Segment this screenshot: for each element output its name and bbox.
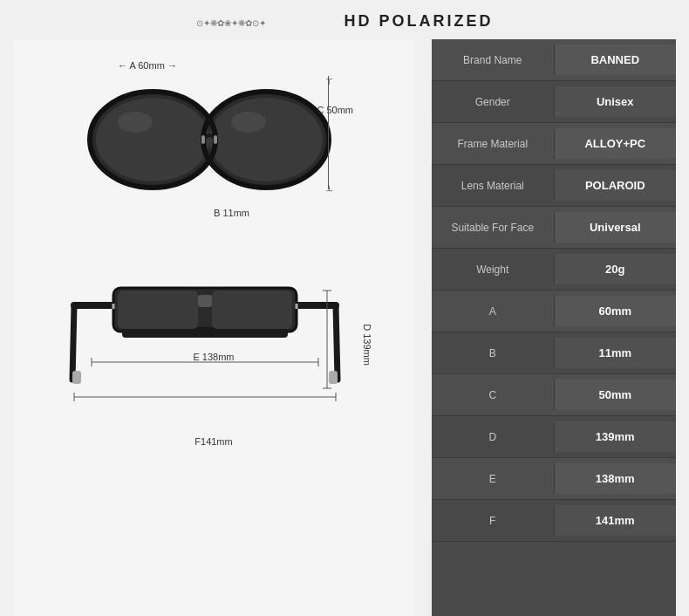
dim-a-annotation: ← A 60mm →	[118, 60, 177, 71]
spec-label: D	[432, 422, 555, 452]
spec-row: B11mm	[432, 332, 676, 374]
specs-panel: Brand NameBANNEDGenderUnisexFrame Materi…	[432, 39, 676, 616]
dim-a-left-arrow: ←	[118, 60, 127, 71]
svg-rect-9	[201, 135, 205, 144]
svg-point-3	[96, 98, 209, 181]
header: ⊙✦❋✿❀✦❋✿⊙✦ HD POLARIZED	[0, 0, 689, 39]
dim-e-annotation: E 138mm	[193, 352, 234, 362]
svg-line-14	[336, 305, 338, 380]
spec-label: E	[432, 464, 555, 494]
dim-a-right-arrow: →	[167, 60, 177, 71]
spec-label: Brand Name	[432, 45, 555, 75]
spec-value: 138mm	[555, 463, 677, 494]
spec-label: Gender	[432, 87, 555, 117]
spec-row: Suitable For FaceUniversal	[432, 207, 676, 249]
spec-value: POLAROID	[555, 170, 677, 201]
dim-c-label: C 50mm	[317, 105, 353, 115]
dim-b-label: B 11mm	[214, 208, 249, 218]
header-title: HD POLARIZED	[344, 12, 494, 31]
dim-c-line	[328, 76, 329, 189]
dim-c-top-tick: ┬	[326, 74, 332, 84]
spec-value: 139mm	[555, 421, 677, 452]
spec-row: GenderUnisex	[432, 81, 676, 123]
dim-c-bottom-tick: ┴	[326, 186, 332, 195]
header-icons: ⊙✦❋✿❀✦❋✿⊙✦	[196, 13, 336, 31]
svg-rect-19	[198, 295, 212, 307]
spec-row: A60mm	[432, 291, 676, 332]
main-content: ← A 60mm →	[13, 39, 676, 616]
dim-b-annotation: B 11mm	[214, 208, 249, 218]
svg-rect-23	[329, 371, 338, 384]
spec-label: Lens Material	[432, 171, 555, 201]
spec-label: Weight	[432, 255, 555, 284]
spec-row: Frame MaterialALLOY+PC	[432, 123, 676, 165]
dim-d-label: D 139mm	[362, 324, 372, 366]
dim-a-label: A 60mm	[129, 60, 164, 71]
spec-label: F	[432, 506, 555, 536]
svg-point-5	[118, 112, 153, 133]
spec-label: Frame Material	[432, 129, 555, 159]
svg-rect-17	[118, 291, 198, 329]
svg-rect-22	[72, 371, 81, 384]
left-panel: ← A 60mm →	[13, 39, 414, 616]
svg-rect-18	[212, 291, 292, 329]
spec-row: F141mm	[432, 500, 676, 542]
spec-value: 11mm	[555, 338, 677, 368]
dim-f-label: F141mm	[194, 436, 232, 447]
page-wrapper: ⊙✦❋✿❀✦❋✿⊙✦ HD POLARIZED ← A 60mm →	[0, 0, 689, 616]
spec-value: 50mm	[555, 380, 677, 410]
spec-row: Weight20g	[432, 249, 676, 291]
spec-row: C50mm	[432, 374, 676, 416]
svg-point-6	[231, 112, 266, 133]
top-diagram: ← A 60mm →	[74, 57, 353, 222]
svg-text:⊙✦❋✿❀✦❋✿⊙✦: ⊙✦❋✿❀✦❋✿⊙✦	[196, 18, 266, 28]
spec-row: E138mm	[432, 458, 676, 500]
dim-f-annotation: F141mm	[194, 436, 232, 447]
spec-label: C	[432, 380, 555, 410]
spec-value: 20g	[555, 254, 677, 284]
svg-point-4	[209, 98, 323, 181]
header-icon-strip: ⊙✦❋✿❀✦❋✿⊙✦	[196, 13, 336, 31]
spec-value: 60mm	[555, 296, 677, 326]
spec-row: D139mm	[432, 416, 676, 458]
dim-e-label: E 138mm	[193, 352, 234, 362]
spec-label: A	[432, 297, 555, 326]
svg-rect-10	[214, 135, 217, 144]
glasses-top-svg	[83, 74, 336, 209]
spec-value: 141mm	[555, 505, 677, 536]
spec-value: Universal	[555, 212, 677, 243]
dim-d-annotation: D 139mm	[362, 324, 372, 366]
svg-line-12	[72, 305, 74, 380]
bottom-diagram: E 138mm F141mm D 139mm	[65, 236, 362, 454]
spec-value: Unisex	[555, 86, 677, 117]
spec-row: Lens MaterialPOLAROID	[432, 165, 676, 207]
spec-label: Suitable For Face	[432, 213, 555, 243]
glasses-bottom-svg	[65, 236, 344, 428]
spec-row: Brand NameBANNED	[432, 39, 676, 81]
dim-c-annotation: C 50mm	[317, 105, 353, 115]
spec-value: ALLOY+PC	[555, 128, 677, 159]
spec-label: B	[432, 339, 555, 368]
spec-value: BANNED	[555, 44, 677, 75]
